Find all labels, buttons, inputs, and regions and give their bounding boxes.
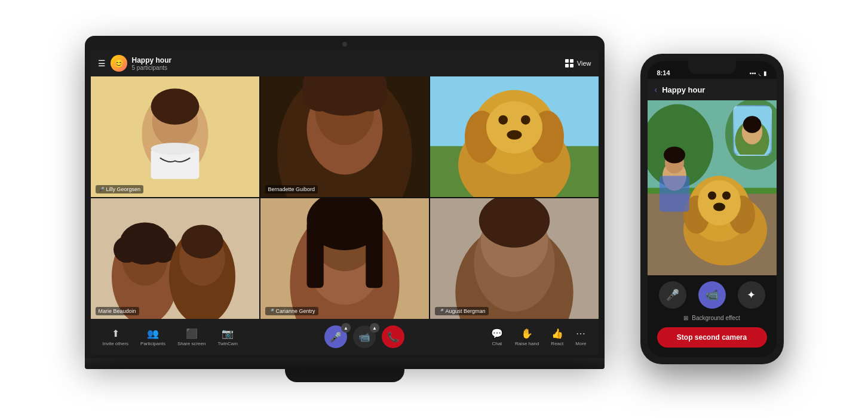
- phone-camera-button[interactable]: 📹: [698, 281, 726, 309]
- svg-rect-62: [660, 176, 689, 212]
- phone-body: 8:14 ▪▪▪ ◟ ▮ ‹ Happy hour: [640, 54, 784, 364]
- stop-second-camera-button[interactable]: Stop second camera: [657, 327, 767, 348]
- react-label: React: [551, 341, 563, 346]
- name-label-lilly: 🎤 Lilly Georgsen: [96, 185, 144, 193]
- svg-rect-40: [366, 221, 382, 288]
- phone-effect-icon: ✦: [747, 288, 756, 302]
- video-cell-marie: Marie Beaudoin: [91, 198, 259, 319]
- laptop-device: ☰ 😊 Happy hour 5 participants: [85, 36, 605, 382]
- toolbar-invite[interactable]: ⬆ Invite others: [103, 328, 129, 346]
- teams-toolbar: ⬆ Invite others 👥 Participants ⬛ Share s…: [91, 319, 599, 355]
- meeting-info: Happy hour 5 participants: [132, 56, 172, 71]
- svg-point-22: [498, 115, 508, 125]
- phone-screen: 8:14 ▪▪▪ ◟ ▮ ‹ Happy hour: [648, 61, 777, 357]
- bg-effect-icon: ⊞: [683, 315, 688, 321]
- share-icon: ⬛: [186, 328, 198, 339]
- toolbar-chat[interactable]: 💬 Chat: [491, 328, 503, 346]
- view-label[interactable]: View: [577, 60, 591, 67]
- phone-back-button[interactable]: ‹: [655, 85, 658, 94]
- participants-icon: 👥: [147, 328, 159, 339]
- react-icon: 👍: [551, 328, 563, 339]
- stop-camera-label: Stop second camera: [677, 333, 747, 342]
- phone-device: 8:14 ▪▪▪ ◟ ▮ ‹ Happy hour: [640, 54, 784, 364]
- video-cell-bernadette: Bernadette Guibord: [260, 76, 429, 197]
- phone-mic-icon: 🎤: [666, 288, 679, 302]
- hamburger-icon[interactable]: ☰: [98, 59, 106, 68]
- toolbar-left: ⬆ Invite others 👥 Participants ⬛ Share s…: [103, 328, 238, 346]
- grid-view-icon[interactable]: [565, 59, 573, 67]
- phone-controls-area: 🎤 📹 ✦ ⊞ Background effect: [648, 275, 777, 357]
- mic-icon-carianne: 🎤: [268, 309, 274, 314]
- phone-pip-video: [733, 105, 772, 156]
- svg-point-61: [664, 147, 685, 164]
- video-cell-carianne: 🎤 Carianne Gentry: [260, 198, 429, 319]
- toolbar-center: 🎤 ▲ 📹 ▲ 📞: [324, 325, 404, 348]
- participant-count: 5 participants: [132, 64, 172, 71]
- video-cell-august: 🎤 August Bergman: [430, 198, 599, 319]
- mic-icon-august: 🎤: [438, 309, 444, 314]
- phone-time: 8:14: [657, 69, 670, 76]
- chat-icon: 💬: [491, 328, 503, 339]
- toolbar-participants[interactable]: 👥 Participants: [140, 328, 165, 346]
- phone-header: ‹ Happy hour: [648, 79, 777, 100]
- teams-header: ☰ 😊 Happy hour 5 participants: [91, 50, 599, 76]
- phone-status-icons: ▪▪▪ ◟ ▮: [750, 70, 767, 76]
- raise-hand-icon: ✋: [521, 328, 533, 339]
- share-label: Share screen: [177, 341, 206, 346]
- camera-chevron[interactable]: ▲: [370, 323, 379, 333]
- laptop-base: [85, 358, 605, 369]
- svg-point-5: [151, 143, 199, 155]
- video-cell-dog: [430, 76, 599, 197]
- toolbar-right: 💬 Chat ✋ Raise hand 👍 React ⋯: [491, 328, 587, 346]
- header-right: View: [565, 59, 591, 67]
- header-left: ☰ 😊 Happy hour 5 participants: [98, 55, 172, 72]
- phone-notch: [688, 61, 736, 74]
- phone-control-buttons: 🎤 📹 ✦: [657, 281, 767, 309]
- toolbar-react[interactable]: 👍 React: [551, 328, 563, 346]
- phone-camera-icon: 📹: [706, 288, 719, 302]
- more-label: More: [575, 341, 586, 346]
- name-label-august: 🎤 August Bergman: [435, 307, 489, 315]
- meeting-title: Happy hour: [132, 56, 172, 64]
- phone-video-area: [648, 100, 777, 275]
- meeting-avatar: 😊: [111, 55, 127, 72]
- invite-icon: ⬆: [112, 328, 119, 339]
- bg-effect-label: Background effect: [692, 315, 740, 321]
- svg-rect-39: [306, 221, 323, 288]
- toolbar-share[interactable]: ⬛ Share screen: [177, 328, 206, 346]
- twincam-icon: 📷: [222, 328, 234, 339]
- name-label-carianne: 🎤 Carianne Gentry: [265, 307, 318, 315]
- video-grid: 🎤 Lilly Georgsen: [91, 76, 599, 319]
- laptop-screen: ☰ 😊 Happy hour 5 participants: [91, 50, 599, 355]
- main-scene: ☰ 😊 Happy hour 5 participants: [0, 0, 868, 418]
- laptop-body: ☰ 😊 Happy hour 5 participants: [85, 36, 605, 358]
- more-icon: ⋯: [576, 328, 585, 339]
- phone-effect-button[interactable]: ✦: [738, 281, 765, 309]
- end-call-button[interactable]: 📞: [382, 325, 404, 348]
- mic-icon: 🎤: [99, 187, 105, 192]
- svg-point-56: [708, 192, 716, 200]
- invite-label: Invite others: [103, 341, 129, 346]
- battery-icon: ▮: [763, 70, 767, 76]
- svg-point-21: [486, 101, 542, 153]
- svg-point-66: [743, 116, 760, 133]
- phone-bg-effect-row: ⊞ Background effect: [657, 315, 767, 321]
- raise-hand-label: Raise hand: [515, 341, 539, 346]
- chat-label: Chat: [492, 341, 502, 346]
- name-label-marie: Marie Beaudoin: [96, 307, 139, 315]
- video-cell-lilly: 🎤 Lilly Georgsen: [91, 76, 259, 197]
- toolbar-raise-hand[interactable]: ✋ Raise hand: [515, 328, 539, 346]
- signal-icon: ▪▪▪: [750, 70, 756, 76]
- name-label-bernadette: Bernadette Guibord: [265, 185, 318, 193]
- svg-point-23: [520, 115, 530, 125]
- laptop-stand: [285, 369, 404, 382]
- toolbar-more[interactable]: ⋯ More: [575, 328, 586, 346]
- svg-point-33: [181, 225, 223, 259]
- svg-point-29: [113, 236, 139, 263]
- toolbar-twincam[interactable]: 📷 TwinCam: [217, 328, 237, 346]
- phone-mic-button[interactable]: 🎤: [659, 281, 686, 309]
- svg-point-3: [151, 88, 199, 125]
- participants-label: Participants: [140, 341, 165, 346]
- laptop-camera: [342, 42, 347, 47]
- mic-chevron[interactable]: ▲: [341, 323, 351, 333]
